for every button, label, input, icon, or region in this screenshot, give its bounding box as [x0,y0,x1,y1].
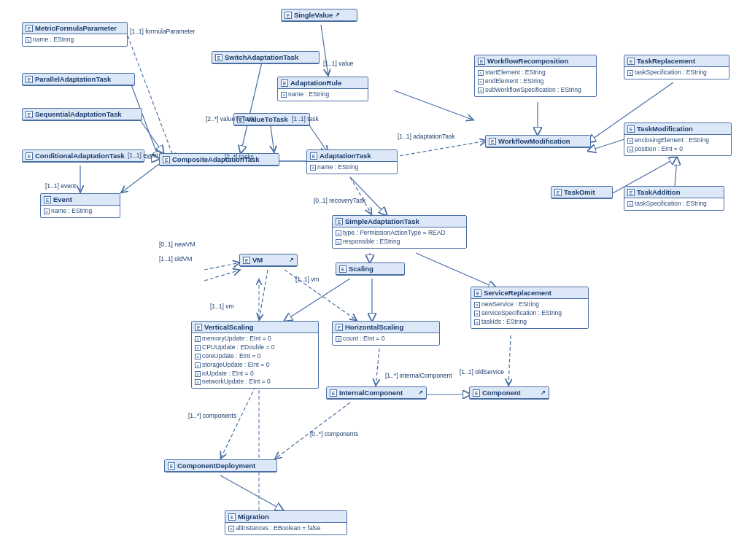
svg-line-8 [137,116,163,153]
box-ParallelAdaptationTask: E ParallelAdaptationTask [22,73,135,86]
label-components2: [0..*] components [310,430,358,438]
box-Event: E Event a name : EString [40,193,120,218]
box-TaskOmit: E TaskOmit [551,186,613,199]
box-HorizontalScaling: E HorizontalScaling acount : EInt = 0 [332,321,440,346]
label-tasks: [2..*] tasks [225,153,254,160]
label-oldService: [1..1] oldService [460,368,504,376]
box-WorkflowRecomposition: E WorkflowRecomposition astartElement : … [474,55,597,97]
svg-line-0 [128,36,175,161]
box-AdaptationRule: E AdaptationRule a name : EString [277,77,368,101]
box-VM: E VM ↗ [239,254,298,267]
box-TaskModification: E TaskModification aenclosingElement : E… [624,122,732,156]
label-newVM: [0..1] newVM [159,241,196,248]
box-Component: E Component ↗ [469,386,549,400]
svg-line-30 [508,335,511,386]
svg-line-27 [204,270,241,281]
box-ComponentDeployment: E ComponentDeployment [164,459,277,472]
box-WorkflowModification: E WorkflowModification [485,135,591,148]
svg-line-12 [350,177,387,215]
box-Migration: E Migration aallInstances : EBoolean = f… [225,510,347,535]
label-adaptationTask: [1..1] adaptationTask [398,133,454,140]
svg-line-23 [416,253,496,288]
svg-line-21 [285,279,350,321]
diagram-container: E MetricFormulaParameter a name : EStrin… [0,0,747,560]
label-components1: [1..*] components [188,412,236,419]
label-formulaParameter: [1..1] formulaParameter [130,28,195,35]
box-MetricFormulaParameter: E MetricFormulaParameter a name : EStrin… [22,22,128,47]
label-vm1: [1..1] vm [295,276,320,283]
label-valueToTask: [2..*] valueToTask [206,115,255,122]
svg-line-5 [306,121,328,153]
entity-icon: E [26,25,33,32]
svg-line-26 [204,262,241,270]
svg-line-11 [120,164,159,193]
box-AdaptationTask: E AdaptationTask a name : EString [306,149,398,174]
svg-line-24 [259,270,268,321]
svg-line-1 [241,59,263,153]
svg-line-2 [321,25,328,77]
box-CompositeAdaptationTask: E CompositeAdaptationTask [159,153,279,166]
box-SwitchAdaptationTask: E SwitchAdaptationTask [212,51,320,64]
label-vm2: [1..1] vm [210,303,234,310]
svg-line-18 [675,158,677,186]
box-InternalComponent: E InternalComponent ↗ [326,386,427,400]
label-value: [1..1] value [323,60,354,67]
box-TaskAddition: E TaskAddition ataskSpecification : EStr… [624,186,724,211]
label-task: [1..1] task [292,115,319,122]
svg-line-32 [220,475,283,510]
svg-line-28 [376,349,379,386]
box-SequentialAdaptationTask: E SequentialAdaptationTask [22,108,142,121]
box-SimpleAdaptationTask: E SimpleAdaptationTask atype : Permissio… [332,215,467,249]
label-oldVM: [1..1] oldVM [159,255,192,262]
svg-line-3 [394,90,474,120]
box-VerticalScaling: E VerticalScaling amemoryUpdate : EInt =… [191,321,319,389]
svg-line-13 [350,177,372,215]
box-Scaling: E Scaling [336,262,405,276]
box-ConditionalAdaptationTask: E ConditionalAdaptationTask [22,149,144,163]
label-event1: [1..1] event [128,152,158,159]
box-SingleValue: E SingleValue ↗ [281,9,357,22]
svg-line-19 [394,141,487,157]
label-event2: [1..1] event [45,182,76,190]
svg-line-31 [220,386,255,459]
label-internalComponent: [1..*] internalComponent [385,372,452,379]
label-recoveryTask: [0..1] recoveryTask [314,197,365,204]
box-TaskReplacement: E TaskReplacement ataskSpecification : E… [624,55,729,79]
box-ServiceReplacement: E ServiceReplacement anewService : EStri… [471,287,589,329]
